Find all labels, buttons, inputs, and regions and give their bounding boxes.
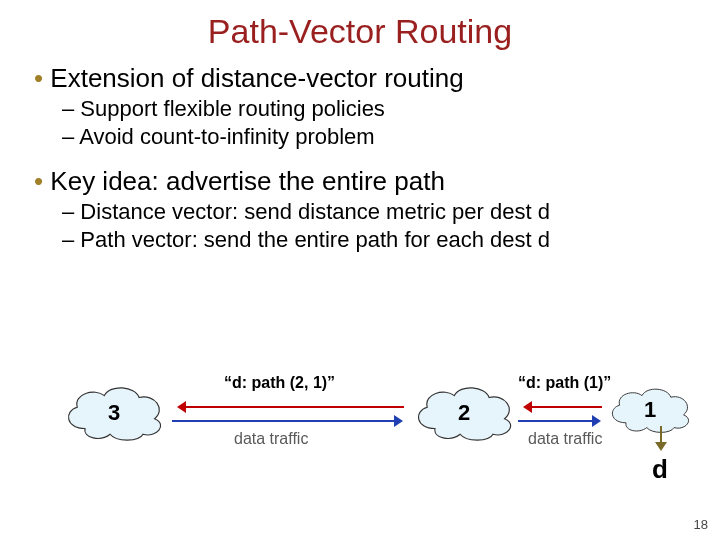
slide-title: Path-Vector Routing	[0, 0, 720, 57]
path-vector-diagram: 3 2 1 “d: path (2, 1)” data traffic “d: …	[20, 370, 720, 510]
cloud-node-2: 2	[406, 382, 522, 444]
arrow-path-advert-right	[526, 406, 602, 408]
cloud-label: 1	[602, 397, 698, 423]
traffic-label-left: data traffic	[234, 430, 308, 448]
cloud-node-3: 3	[56, 382, 172, 444]
bullet-l1: Extension of distance-vector routing	[34, 63, 692, 94]
bullet-l2: Path vector: send the entire path for ea…	[62, 227, 692, 253]
bullet-l2: Avoid count-to-infinity problem	[62, 124, 692, 150]
traffic-label-right: data traffic	[528, 430, 602, 448]
cloud-label: 3	[56, 400, 172, 426]
arrow-data-traffic-right	[518, 420, 598, 422]
bullet-l2: Distance vector: send distance metric pe…	[62, 199, 692, 225]
arrow-path-advert-left	[180, 406, 404, 408]
path-label-left: “d: path (2, 1)”	[224, 374, 335, 392]
page-number: 18	[694, 517, 708, 532]
bullet-l1: Key idea: advertise the entire path	[34, 166, 692, 197]
slide-body: Extension of distance-vector routing Sup…	[0, 63, 720, 253]
path-label-right: “d: path (1)”	[518, 374, 611, 392]
cloud-node-1: 1	[602, 382, 698, 438]
bullet-l2: Support flexible routing policies	[62, 96, 692, 122]
arrow-to-dest-d	[660, 426, 662, 448]
cloud-label: 2	[406, 400, 522, 426]
arrow-data-traffic-left	[172, 420, 400, 422]
dest-d-label: d	[652, 454, 668, 485]
